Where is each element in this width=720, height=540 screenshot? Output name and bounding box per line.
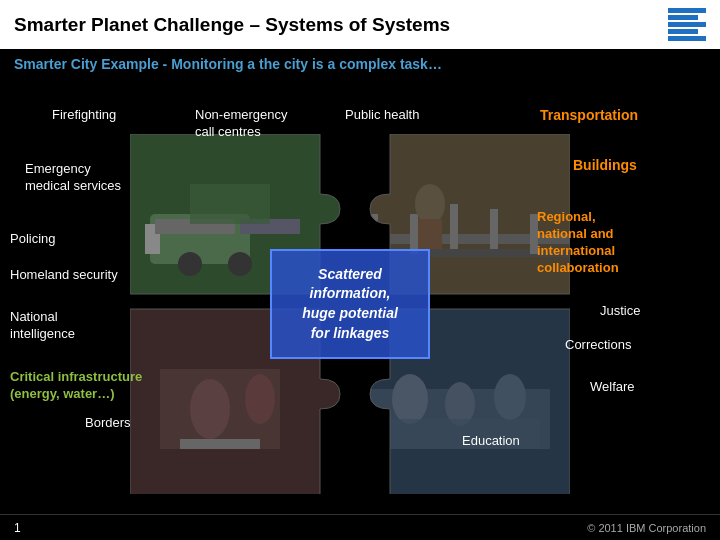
svg-rect-7 bbox=[190, 184, 270, 224]
copyright-text: © 2011 IBM Corporation bbox=[587, 522, 706, 534]
ibm-logo bbox=[668, 8, 706, 41]
footer: 1 © 2011 IBM Corporation bbox=[0, 514, 720, 540]
subtitle-bar: Smarter City Example - Monitoring a the … bbox=[0, 49, 720, 79]
buildings-label: Buildings bbox=[573, 157, 637, 174]
subtitle-text: Smarter City Example - Monitoring a the … bbox=[14, 56, 442, 72]
svg-point-6 bbox=[228, 252, 252, 276]
welfare-label: Welfare bbox=[590, 379, 635, 395]
center-box-text: Scattered information, huge potential fo… bbox=[302, 265, 398, 343]
non-emergency-label: Non-emergencycall centres bbox=[195, 107, 288, 141]
justice-label: Justice bbox=[600, 303, 640, 319]
public-health-label: Public health bbox=[345, 107, 419, 123]
svg-point-27 bbox=[494, 374, 526, 420]
national-intelligence-label: Nationalintelligence bbox=[10, 309, 75, 343]
regional-label: Regional,national andinternationalcollab… bbox=[537, 209, 619, 277]
svg-point-16 bbox=[415, 184, 445, 224]
homeland-security-label: Homeland security bbox=[10, 267, 118, 283]
center-info-box: Scattered information, huge potential fo… bbox=[270, 249, 430, 359]
corrections-label: Corrections bbox=[565, 337, 631, 353]
svg-point-20 bbox=[190, 379, 230, 439]
header: Smarter Planet Challenge – Systems of Sy… bbox=[0, 0, 720, 49]
ibm-logo-bar-3 bbox=[668, 22, 706, 27]
ibm-logo-bar-4 bbox=[668, 29, 698, 34]
main-content: Scattered information, huge potential fo… bbox=[0, 79, 720, 514]
emergency-medical-label: Emergencymedical services bbox=[25, 161, 121, 195]
svg-rect-12 bbox=[410, 214, 418, 254]
borders-label: Borders bbox=[85, 415, 131, 431]
svg-point-21 bbox=[245, 374, 275, 424]
transportation-label: Transportation bbox=[540, 107, 638, 124]
svg-rect-17 bbox=[418, 219, 442, 249]
svg-point-5 bbox=[178, 252, 202, 276]
ibm-logo-bar-1 bbox=[668, 8, 706, 13]
policing-label: Policing bbox=[10, 231, 56, 247]
slide: Smarter Planet Challenge – Systems of Sy… bbox=[0, 0, 720, 540]
ibm-logo-bar-2 bbox=[668, 15, 698, 20]
svg-rect-13 bbox=[450, 204, 458, 249]
ibm-logo-bar-5 bbox=[668, 36, 706, 41]
svg-rect-22 bbox=[180, 439, 260, 449]
firefighting-label: Firefighting bbox=[52, 107, 116, 123]
critical-infrastructure-label: Critical infrastructure(energy, water…) bbox=[10, 369, 142, 403]
page-number: 1 bbox=[14, 521, 21, 535]
education-label: Education bbox=[462, 433, 520, 449]
svg-point-25 bbox=[392, 374, 428, 424]
svg-rect-14 bbox=[490, 209, 498, 249]
slide-title: Smarter Planet Challenge – Systems of Sy… bbox=[14, 14, 450, 36]
